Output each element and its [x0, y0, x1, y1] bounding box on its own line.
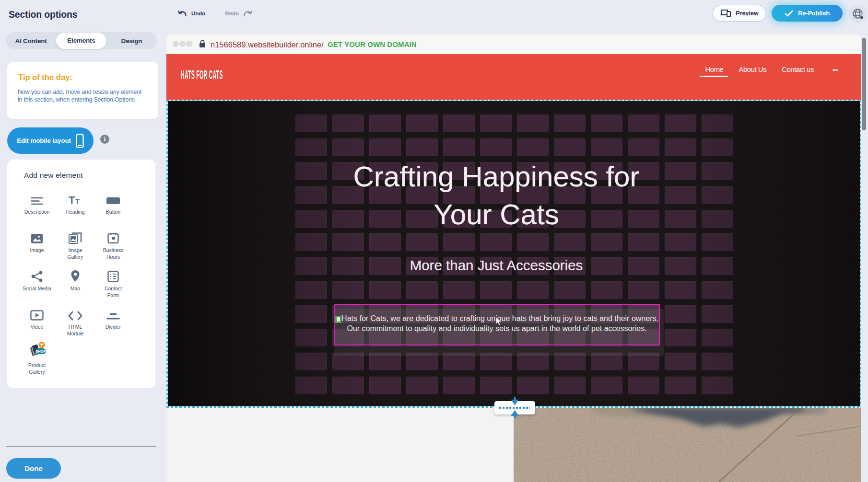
svg-text:SHOP: SHOP: [35, 349, 46, 354]
svg-text:T: T: [69, 195, 75, 206]
svg-text:T: T: [75, 197, 80, 205]
